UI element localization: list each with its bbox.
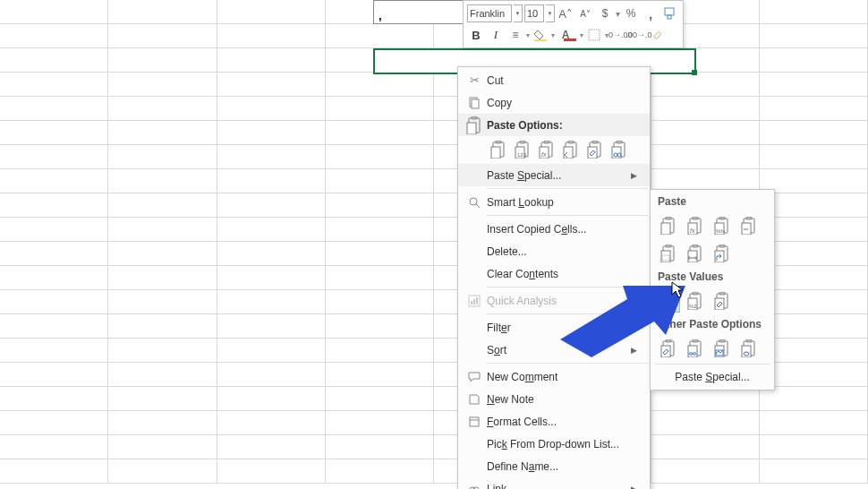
fill-color-button[interactable] [532, 26, 549, 44]
menu-smart-lookup[interactable]: Smart Lookup [458, 191, 650, 213]
svg-text:123: 123 [517, 152, 527, 158]
accounting-format-button[interactable]: $ [596, 4, 614, 22]
svg-line-14 [476, 204, 480, 208]
menu-paste-options: Paste Options: [458, 114, 650, 136]
copy-icon [462, 97, 487, 109]
svg-text:%fx: %fx [716, 228, 725, 234]
percent-format-button[interactable]: % [622, 4, 640, 22]
context-menu: ✂ Cut Copy Paste Options: 123 fx Paste S… [457, 66, 651, 489]
svg-point-13 [470, 198, 477, 205]
svg-rect-17 [473, 299, 475, 305]
menu-paste-special-label: Paste Special... [487, 169, 631, 182]
menu-cut-label: Cut [487, 74, 504, 87]
menu-cut[interactable]: ✂ Cut [458, 69, 650, 91]
menu-smart-lookup-label: Smart Lookup [487, 196, 637, 209]
comment-icon [462, 371, 487, 383]
increase-font-button[interactable]: A˄ [557, 4, 574, 22]
menu-paste-special[interactable]: Paste Special... ▶ [458, 164, 650, 186]
paste-options-row: 123 fx [458, 136, 650, 164]
menu-format-cells[interactable]: Format Cells... [458, 410, 650, 433]
cell-value-text: , [379, 9, 382, 22]
menu-define-name-label: Define Name... [487, 460, 637, 473]
menu-clear-contents[interactable]: Clear Contents [458, 262, 650, 285]
svg-rect-8 [472, 99, 479, 108]
svg-rect-1 [668, 15, 671, 19]
svg-text:%2: %2 [689, 304, 697, 309]
sub-paste-keep-source-button[interactable] [736, 213, 761, 237]
font-size-input[interactable] [524, 4, 544, 22]
menu-pick-from-list-label: Pick From Drop-down List... [487, 438, 637, 450]
menu-new-note[interactable]: New Note [458, 388, 650, 410]
sub-paste-values-numfmt-button[interactable]: %2 [683, 288, 707, 313]
format-cells-icon [462, 416, 487, 428]
italic-button[interactable]: I [487, 26, 505, 44]
svg-text:fx: fx [690, 227, 695, 234]
svg-rect-3 [589, 30, 600, 40]
font-name-input[interactable] [467, 4, 512, 22]
format-painter2-button[interactable] [650, 26, 668, 44]
sub-paste-link-button[interactable] [683, 336, 707, 360]
paste-formatting-button[interactable] [583, 138, 606, 160]
svg-rect-16 [471, 301, 472, 305]
menu-new-note-label: New Note [487, 393, 637, 406]
sub-paste-transpose-button[interactable] [710, 241, 734, 265]
menu-insert-copied[interactable]: Insert Copied Cells... [458, 218, 650, 240]
svg-rect-0 [665, 8, 674, 15]
menu-paste-options-label: Paste Options: [487, 119, 637, 132]
menu-delete-label: Delete... [487, 245, 527, 258]
menu-new-comment[interactable]: New Comment [458, 365, 650, 388]
comma-format-button[interactable]: , [642, 4, 660, 22]
sub-paste-picture-button[interactable] [710, 336, 734, 360]
svg-rect-2 [534, 39, 547, 41]
menu-define-name[interactable]: Define Name... [458, 455, 650, 477]
menu-new-comment-label: New Comment [487, 371, 637, 383]
sub-paste-column-widths-button[interactable] [683, 241, 707, 265]
sub-paste-special-label: Paste Special... [675, 371, 749, 383]
paste-transpose-button[interactable] [559, 138, 582, 160]
paste-values-button[interactable]: 123 [511, 138, 533, 160]
decrease-font-button[interactable]: A˅ [576, 4, 594, 22]
paste-default-button[interactable] [487, 138, 509, 160]
decrease-decimal-button[interactable]: .00→.0 [630, 26, 648, 44]
svg-rect-18 [476, 297, 478, 305]
sub-paste-linked-picture-button[interactable] [736, 336, 761, 360]
sub-paste-default-button[interactable] [656, 213, 680, 237]
sub-paste-special-dialog[interactable]: Paste Special... [652, 366, 772, 388]
scissors-icon: ✂ [462, 73, 487, 87]
mini-toolbar: ▼ ▼ A˄ A˅ $ ▾ % , B I ≡ ▾ ▾ A ▾ ▾ .0→.00… [463, 0, 684, 48]
bold-button[interactable]: B [467, 26, 485, 44]
menu-delete[interactable]: Delete... [458, 240, 650, 262]
menu-copy-label: Copy [487, 97, 512, 109]
cell-with-value[interactable]: , [373, 0, 465, 24]
mouse-cursor-icon [671, 281, 685, 303]
align-button[interactable]: ≡ [506, 26, 524, 44]
link-icon [462, 483, 487, 490]
paste-link-button[interactable] [608, 138, 630, 160]
quick-analysis-icon [462, 295, 487, 307]
format-painter-button[interactable] [661, 4, 679, 22]
submenu-arrow-icon: ▶ [631, 171, 637, 180]
sub-paste-no-borders-button[interactable] [656, 241, 680, 265]
font-color-button[interactable]: A [557, 26, 574, 44]
note-icon [462, 393, 487, 406]
font-name-dropdown[interactable]: ▼ [514, 4, 523, 22]
sub-paste-formulas-button[interactable]: fx [683, 213, 707, 237]
menu-format-cells-label: Format Cells... [487, 416, 637, 428]
menu-clear-contents-label: Clear Contents [487, 268, 637, 280]
menu-link-label: Link [487, 483, 631, 490]
menu-copy[interactable]: Copy [458, 91, 650, 114]
menu-link[interactable]: Link ▶ [458, 477, 650, 489]
paste-formulas-button[interactable]: fx [535, 138, 557, 160]
menu-insert-copied-label: Insert Copied Cells... [487, 223, 637, 236]
annotation-arrow [560, 286, 685, 361]
submenu-paste-header: Paste [652, 192, 772, 211]
svg-text:fx: fx [541, 151, 547, 158]
paste-icon [462, 116, 487, 134]
sub-paste-formulas-numfmt-button[interactable]: %fx [710, 213, 734, 237]
borders-button[interactable] [585, 26, 603, 44]
font-size-dropdown[interactable]: ▼ [546, 4, 555, 22]
sub-paste-values-source-fmt-button[interactable] [710, 288, 734, 313]
svg-rect-19 [470, 417, 479, 426]
menu-pick-from-list[interactable]: Pick From Drop-down List... [458, 433, 650, 455]
search-icon [462, 196, 487, 209]
